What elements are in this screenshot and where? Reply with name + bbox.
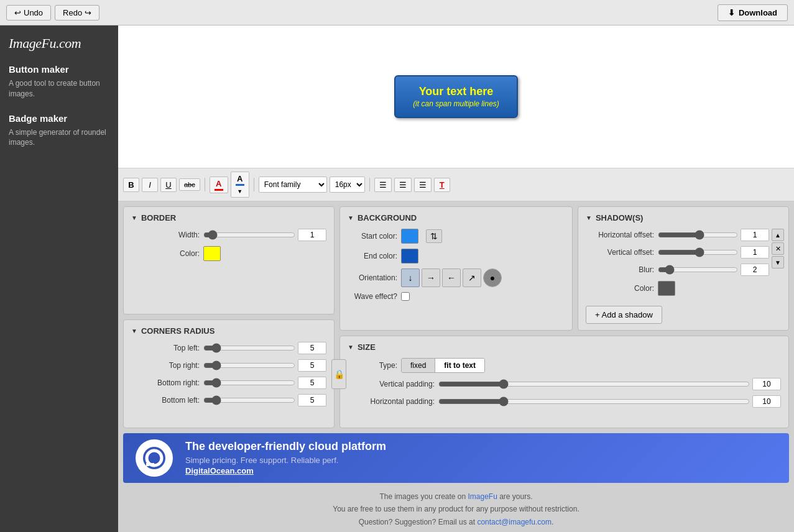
bg-wave-label: Wave effect? (348, 292, 397, 301)
swap-colors-button[interactable]: ⇅ (426, 229, 442, 243)
corners-top-right-input[interactable] (298, 359, 326, 372)
shadow-color-swatch[interactable] (658, 281, 675, 296)
strikethrough-button[interactable]: abc (179, 178, 200, 191)
sidebar-button-maker[interactable]: Button maker A good tool to create butto… (9, 64, 109, 99)
shadow-title-text: Shadow(s) (596, 213, 644, 222)
ad-banner[interactable]: The developer-friendly cloud platform Si… (123, 433, 789, 483)
size-vert-padding-slider[interactable] (438, 379, 750, 389)
orient-down-button[interactable]: ↓ (401, 268, 420, 287)
bold-button[interactable]: B (123, 178, 139, 192)
canvas-area: Your text here (it can span multiple lin… (118, 25, 794, 168)
panels-row: ▼ Border Width: 1 Color: (118, 201, 794, 433)
download-icon: ⬇ (728, 8, 735, 17)
border-color-swatch[interactable] (203, 246, 221, 261)
shadow-arrows: ▲ ✕ ▼ (772, 229, 784, 268)
border-color-label: Color: (131, 249, 200, 258)
size-horiz-padding-slider-group (438, 395, 781, 408)
shadow-up-button[interactable]: ▲ (772, 229, 784, 241)
shadow-blur-input[interactable] (741, 264, 769, 276)
sidebar-badge-maker[interactable]: Badge maker A simple generator of rounde… (9, 113, 109, 149)
corners-panel: ▼ Corners radius Top left: (123, 319, 335, 428)
size-horiz-padding-row: Horizontal padding: (348, 395, 781, 408)
font-family-select[interactable]: Font family Arial Georgia Times New Roma… (259, 177, 327, 193)
orient-left-button[interactable]: ← (442, 268, 461, 287)
align-left-button[interactable]: ☰ (374, 178, 392, 192)
orient-diagonal-button[interactable]: ↗ (463, 268, 481, 287)
corners-collapse-icon[interactable]: ▼ (131, 328, 137, 334)
footer-line2: You are free to use them in any product … (122, 503, 790, 515)
corners-bottom-right-input[interactable] (298, 377, 326, 389)
corners-bottom-left-slider[interactable] (203, 395, 295, 405)
add-shadow-label: + Add a shadow (595, 310, 653, 319)
corners-bottom-right-slider-group (203, 377, 326, 389)
corners-bottom-right-slider[interactable] (203, 378, 295, 388)
orient-right-button[interactable]: → (422, 268, 440, 287)
align-right-button[interactable]: ☰ (414, 178, 432, 192)
font-color-button[interactable]: A (210, 177, 228, 193)
shadow-down-button[interactable]: ▼ (772, 256, 784, 268)
italic-button[interactable]: I (142, 178, 158, 192)
border-collapse-icon[interactable]: ▼ (131, 214, 137, 221)
size-fixed-button[interactable]: fixed (402, 359, 435, 372)
corners-lock-button[interactable]: 🔒 (331, 359, 346, 389)
corners-bottom-left-label: Bottom left: (131, 396, 200, 405)
orientation-buttons: ↓ → ← ↗ ● (401, 268, 502, 287)
align-center-button[interactable]: ☰ (394, 178, 412, 192)
corners-top-left-input[interactable] (298, 342, 326, 354)
background-collapse-icon[interactable]: ▼ (348, 214, 354, 221)
topbar-left: ↩ Undo Redo ↪ (6, 5, 99, 21)
undo-button[interactable]: ↩ Undo (6, 5, 51, 21)
size-vert-padding-slider-group (438, 378, 781, 390)
badge-maker-title: Badge maker (9, 113, 109, 124)
border-title-text: Border (141, 213, 176, 222)
corners-bottom-left-input[interactable] (298, 394, 326, 406)
font-size-select[interactable]: 16px 12px 14px 16px 18px 24px (330, 177, 365, 193)
shadow-horiz-input[interactable] (741, 229, 769, 241)
highlight-color-icon: A (236, 174, 244, 186)
size-vert-padding-input[interactable] (752, 378, 781, 390)
underline-button[interactable]: U (160, 178, 177, 192)
redo-button[interactable]: Redo ↪ (55, 5, 99, 21)
swap-icon: ⇅ (430, 231, 438, 241)
corners-top-right-slider[interactable] (203, 360, 295, 370)
border-width-input[interactable]: 1 (298, 229, 326, 241)
shadow-blur-slider[interactable] (658, 265, 738, 275)
ad-url-link[interactable]: DigitalOcean.com (185, 466, 254, 475)
svg-rect-3 (146, 463, 149, 466)
size-vert-padding-row: Vertical padding: (348, 378, 781, 390)
download-button[interactable]: ⬇ Download (718, 4, 788, 21)
shadow-vert-row: Vertical offset: (586, 246, 769, 259)
bg-orientation-label: Orientation: (348, 273, 397, 282)
footer-line3-pre: Question? Suggestion? Email us at (359, 518, 478, 526)
shadow-remove-button[interactable]: ✕ (772, 242, 784, 255)
size-fit-button[interactable]: fit to text (435, 359, 484, 372)
shadow-collapse-icon[interactable]: ▼ (586, 214, 592, 221)
clear-format-button[interactable]: T (434, 178, 450, 192)
shadow-panel-title: ▼ Shadow(s) (586, 213, 781, 222)
bg-end-color-swatch[interactable] (401, 249, 418, 264)
toolbar-sep-3 (369, 178, 370, 191)
footer: The images you create on ImageFu are you… (118, 487, 794, 532)
bg-start-color-swatch[interactable] (401, 229, 418, 244)
size-horiz-padding-input[interactable] (752, 395, 781, 408)
highlight-color-button[interactable]: A ▼ (231, 172, 249, 198)
shadow-vert-input[interactable] (741, 246, 769, 259)
footer-email-link[interactable]: contact@imagefu.com (477, 518, 552, 526)
shadow-horiz-slider[interactable] (658, 230, 738, 240)
orient-radial-button[interactable]: ● (483, 268, 502, 287)
size-horiz-padding-label: Horizontal padding: (348, 397, 435, 406)
footer-imagefu-link[interactable]: ImageFu (468, 492, 497, 501)
ad-text: The developer-friendly cloud platform Si… (185, 440, 386, 475)
bg-wave-row: Wave effect? (348, 292, 565, 301)
size-horiz-padding-slider[interactable] (438, 397, 750, 406)
corners-top-left-slider[interactable] (203, 343, 295, 353)
bg-end-color-row: End color: (348, 249, 565, 264)
wave-effect-checkbox[interactable] (401, 292, 410, 301)
shadow-vert-slider[interactable] (658, 247, 738, 257)
size-collapse-icon[interactable]: ▼ (348, 344, 354, 351)
preview-main-text: Your text here (413, 85, 499, 98)
border-width-slider[interactable] (203, 230, 295, 240)
border-width-label: Width: (131, 231, 200, 239)
add-shadow-button[interactable]: + Add a shadow (586, 306, 662, 324)
preview-button[interactable]: Your text here (it can span multiple lin… (394, 75, 518, 118)
